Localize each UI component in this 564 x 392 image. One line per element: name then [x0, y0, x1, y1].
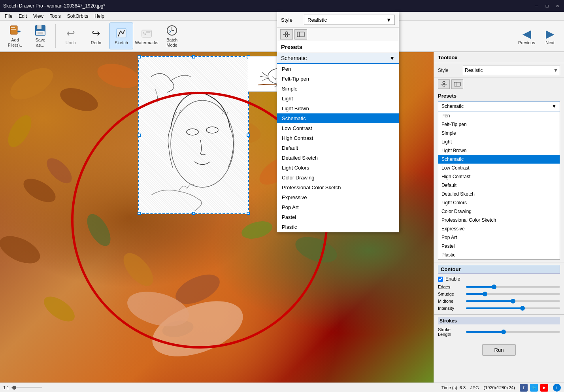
big-item-highcontrast[interactable]: High Contrast: [277, 133, 399, 143]
menu-tools[interactable]: Tools: [47, 13, 64, 20]
redo-button[interactable]: ↪ Redo: [84, 23, 108, 49]
preset-item-highcontrast[interactable]: High Contrast: [438, 172, 560, 181]
preset-item-profcolor[interactable]: Professional Color Sketch: [438, 216, 560, 224]
preset-item-pen[interactable]: Pen: [438, 111, 560, 120]
save-as-button[interactable]: Saveas...: [28, 23, 52, 49]
svg-point-23: [43, 154, 76, 188]
status-right: JPG (1920x1280x24) f 🐦 ▶ i: [470, 384, 561, 392]
next-button[interactable]: ▶ Next: [539, 23, 561, 49]
preset-item-pastel[interactable]: Pastel: [438, 242, 560, 251]
preset-item-expressive[interactable]: Expressive: [438, 224, 560, 233]
run-button[interactable]: Run: [482, 344, 516, 356]
watermarks-button[interactable]: W Watermarks: [135, 23, 158, 49]
menu-view[interactable]: View: [30, 13, 47, 20]
edges-slider[interactable]: [466, 286, 560, 288]
menu-edit[interactable]: Edit: [15, 13, 30, 20]
handle-bottomleft[interactable]: [138, 212, 141, 215]
preset-item-popart[interactable]: Pop Art: [438, 233, 560, 242]
handle-leftmid[interactable]: [138, 134, 141, 137]
svg-rect-4: [19, 30, 19, 33]
big-item-light[interactable]: Light: [277, 94, 399, 104]
midtone-slider[interactable]: [466, 300, 560, 302]
preset-item-detailed[interactable]: Detailed Sketch: [438, 190, 560, 198]
big-item-simple[interactable]: Simple: [277, 84, 399, 94]
big-item-popart[interactable]: Pop Art: [277, 202, 399, 212]
close-button[interactable]: ✕: [554, 2, 561, 9]
add-file-button[interactable]: AddFile(s)..: [3, 23, 27, 49]
preset-item-schematic[interactable]: Schematic: [438, 155, 560, 164]
preset-item-colordrawing[interactable]: Color Drawing: [438, 207, 560, 216]
preset-item-default[interactable]: Default: [438, 181, 560, 190]
title-bar: Sketch Drawer Pro - woman-2003647_1920.j…: [0, 0, 564, 12]
intensity-row: Intensity: [438, 305, 560, 312]
preset-select[interactable]: Schematic ▼: [438, 101, 560, 111]
watermarks-label: Watermarks: [135, 40, 158, 45]
preset-item-lightcolors[interactable]: Light Colors: [438, 198, 560, 207]
svg-rect-10: [117, 28, 126, 38]
sketch-button[interactable]: Sketch: [109, 23, 133, 49]
svg-point-36: [292, 232, 341, 268]
preset-icon-btn-2[interactable]: [451, 79, 463, 89]
batch-mode-button[interactable]: BatchMode: [160, 23, 184, 49]
zoom-control: 1:1: [3, 385, 42, 390]
twitter-icon[interactable]: 🐦: [530, 384, 538, 392]
preset-item-plastic[interactable]: Plastic: [438, 251, 560, 259]
zoom-slider[interactable]: [11, 387, 42, 388]
big-item-pastel[interactable]: Pastel: [277, 212, 399, 222]
big-item-felt[interactable]: Felt-Tip pen: [277, 74, 399, 84]
handle-bottomright[interactable]: [247, 212, 250, 215]
facebook-icon[interactable]: f: [520, 384, 528, 392]
handle-topmid[interactable]: [192, 55, 195, 58]
preset-item-lowcontrast[interactable]: Low Contrast: [438, 164, 560, 172]
preset-item-simple[interactable]: Simple: [438, 129, 560, 138]
big-icon-btn-2[interactable]: [294, 29, 307, 40]
previous-button[interactable]: ◀ Previous: [516, 23, 538, 49]
svg-point-41: [187, 129, 198, 135]
big-item-colordrawing[interactable]: Color Drawing: [277, 173, 399, 183]
handle-topleft[interactable]: [138, 55, 141, 58]
preset-item-lightbrown[interactable]: Light Brown: [438, 146, 560, 155]
big-preset-select[interactable]: Schematic ▼: [277, 53, 399, 64]
big-item-lightbrown[interactable]: Light Brown: [277, 104, 399, 113]
zoom-label: 1:1: [3, 385, 9, 390]
big-item-expressive[interactable]: Expressive: [277, 192, 399, 202]
handle-bottommid[interactable]: [192, 212, 195, 215]
big-item-profcolor[interactable]: Professional Color Sketch: [277, 183, 399, 192]
info-icon[interactable]: i: [553, 384, 561, 392]
enable-checkbox[interactable]: [438, 277, 443, 282]
big-item-detailed[interactable]: Detailed Sketch: [277, 153, 399, 163]
svg-rect-16: [146, 31, 151, 32]
preset-item-light[interactable]: Light: [438, 138, 560, 146]
smudge-row: Smudge: [438, 290, 560, 298]
big-item-plastic[interactable]: Plastic: [277, 222, 399, 232]
minimize-button[interactable]: ─: [533, 2, 540, 9]
menu-help[interactable]: Help: [91, 13, 108, 20]
big-item-schematic[interactable]: Schematic: [277, 113, 399, 123]
preset-selected-value: Schematic: [441, 104, 464, 109]
big-item-default[interactable]: Default: [277, 143, 399, 153]
menu-file[interactable]: File: [2, 13, 15, 20]
big-style-arrow: ▼: [386, 17, 391, 23]
save-icon: [34, 24, 47, 37]
social-icons: f 🐦 ▶: [520, 384, 548, 392]
svg-rect-17: [146, 32, 150, 33]
handle-rightmid[interactable]: [247, 134, 250, 137]
big-icon-btn-1[interactable]: [280, 29, 293, 40]
style-select[interactable]: Realistic ▼: [463, 66, 560, 75]
big-item-lightcolors[interactable]: Light Colors: [277, 163, 399, 173]
big-style-select[interactable]: Realistic ▼: [304, 15, 395, 25]
intensity-slider[interactable]: [466, 307, 560, 309]
undo-button[interactable]: ↩ Undo: [59, 23, 83, 49]
big-item-lowcontrast[interactable]: Low Contrast: [277, 123, 399, 133]
svg-point-57: [285, 32, 288, 34]
smudge-slider[interactable]: [466, 293, 560, 295]
maximize-button[interactable]: □: [543, 2, 551, 9]
big-item-pen[interactable]: Pen: [277, 64, 399, 74]
dimensions-label: (1920x1280x24): [483, 385, 515, 390]
stroke-length-slider[interactable]: [466, 331, 560, 333]
menu-softorbits[interactable]: SoftOrbits: [64, 13, 91, 20]
youtube-icon[interactable]: ▶: [540, 384, 548, 392]
preset-icon-btn-1[interactable]: [438, 79, 450, 89]
preset-item-felt[interactable]: Felt-Tip pen: [438, 120, 560, 129]
enable-row: Enable: [438, 276, 560, 282]
